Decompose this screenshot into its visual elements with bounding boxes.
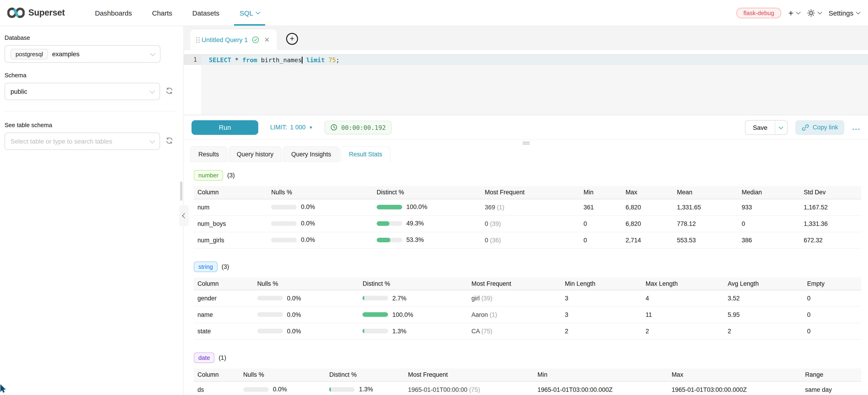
nav-item-charts[interactable]: Charts: [152, 0, 172, 26]
table-cell: gender: [194, 290, 257, 307]
section-head: date(1): [194, 353, 861, 363]
frequent-value: 369: [485, 204, 495, 211]
plus-icon: +: [788, 8, 793, 17]
table-cell: 0: [584, 232, 625, 248]
column-header: Distinct %: [329, 368, 408, 381]
table-cell: 1965-01-01T00:00:00 (75): [408, 381, 537, 395]
column-header: Min Length: [565, 277, 645, 290]
section-head: number(3): [194, 170, 861, 181]
table-row: gender0.0%2.7%girl (39)343.520: [194, 290, 861, 307]
active-nav-underline: [234, 24, 265, 26]
table-cell: CA (75): [471, 323, 565, 339]
chevron-down-icon: [817, 10, 822, 14]
type-count: (1): [219, 354, 226, 361]
tab-query-insights[interactable]: Query Insights: [283, 146, 339, 162]
table-cell: num_girls: [194, 232, 271, 248]
tab-results[interactable]: Results: [190, 146, 227, 162]
table-cell: 553.53: [677, 232, 742, 248]
tab-result-stats[interactable]: Result Stats: [341, 146, 391, 162]
column-header: Median: [742, 186, 804, 199]
table-cell: 6,820: [625, 199, 677, 215]
editor-toolbar: Run LIMIT: 1 000 ▼ 00:00:00.192: [184, 115, 868, 140]
pane-drag-handle[interactable]: [522, 141, 530, 145]
bar-track: [257, 329, 283, 334]
table-row: ds0.0%1.3%1965-01-01T00:00:00 (75)1965-0…: [194, 381, 861, 395]
column-header: Most Frequent: [471, 277, 565, 290]
table-cell: 3.52: [728, 290, 807, 307]
table-schema-label: See table schema: [5, 122, 183, 128]
bar-fill: [377, 238, 390, 242]
type-tag-string: string: [194, 261, 218, 272]
table-row: num_boys0.0%49.3%0 (39)06,820778.1201,33…: [194, 215, 861, 232]
limit-dropdown[interactable]: LIMIT: 1 000 ▼: [270, 124, 313, 131]
database-select[interactable]: postgresql examples: [5, 45, 160, 63]
table-cell: 4: [646, 290, 728, 307]
collapse-sidebar-button[interactable]: [179, 205, 189, 226]
bar-track: [271, 238, 297, 242]
pane-resize-row: [184, 140, 868, 146]
schema-select[interactable]: public: [5, 83, 160, 100]
percent-bar: 1.3%: [329, 386, 373, 393]
code-token: birth_names: [257, 56, 302, 64]
run-query-button[interactable]: Run: [191, 120, 258, 134]
code-token: 75: [325, 56, 336, 64]
sidebar-scrollbar-thumb[interactable]: [180, 182, 182, 201]
code-token: ;: [336, 56, 340, 64]
column-header: Max Length: [646, 277, 728, 290]
table-select[interactable]: Select table or type to search tables: [5, 132, 160, 150]
table-cell: 361: [584, 199, 625, 215]
chevron-down-icon: [150, 88, 155, 93]
sql-code-editor[interactable]: 1 SELECT * from birth_names limit 75;: [184, 54, 868, 115]
save-button[interactable]: Save: [745, 120, 775, 134]
percent-bar: 53.3%: [377, 237, 424, 243]
table-cell: 1,167.52: [804, 199, 861, 215]
stats-sections: number(3)ColumnNulls %Distinct %Most Fre…: [184, 162, 868, 395]
sqllab-main-panel: Untitled Query 1 ✕ + 1 SELECT * from bir…: [184, 26, 868, 395]
frequent-count: (1): [495, 204, 504, 211]
theme-toggle-button[interactable]: [807, 9, 822, 17]
more-actions-button[interactable]: ...: [852, 123, 861, 131]
table-cell: 1965-01-01T03:00:00.000Z: [672, 381, 805, 395]
nav-item-sql[interactable]: SQL: [240, 0, 259, 26]
table-cell: 100.0%: [363, 307, 471, 323]
table-cell: ds: [194, 381, 243, 395]
nav-item-dashboards[interactable]: Dashboards: [95, 0, 132, 26]
query-tab-untitled-query-1[interactable]: Untitled Query 1 ✕: [190, 29, 277, 50]
copy-link-button[interactable]: Copy link: [795, 120, 844, 134]
percent-bar: 0.0%: [271, 237, 315, 243]
table-cell: 3: [565, 290, 645, 307]
drag-handle-icon[interactable]: [196, 37, 197, 38]
frequent-count: (75): [467, 386, 480, 393]
bar-fill: [329, 387, 331, 392]
column-header: Max: [625, 186, 677, 199]
table-cell: 0.0%: [271, 232, 377, 248]
frequent-value: Aaron: [471, 311, 488, 318]
table-cell: 0: [584, 215, 625, 232]
close-tab-icon[interactable]: ✕: [264, 36, 270, 43]
settings-menu[interactable]: Settings: [829, 9, 860, 17]
tab-query-history[interactable]: Query history: [228, 146, 282, 162]
table-cell: same day: [805, 381, 861, 395]
nav-item-datasets[interactable]: Datasets: [192, 0, 219, 26]
refresh-tables-button[interactable]: [165, 136, 173, 146]
editor-active-line: 1 SELECT * from birth_names limit 75;: [184, 55, 868, 65]
new-query-tab-button[interactable]: +: [286, 33, 298, 45]
bar-track: [377, 221, 402, 226]
column-header: Distinct %: [363, 277, 471, 290]
table-cell: 53.3%: [377, 232, 485, 248]
new-item-button[interactable]: +: [788, 8, 800, 17]
bar-track: [363, 312, 388, 317]
column-header: Column: [194, 277, 257, 290]
percent-bar: 100.0%: [363, 311, 413, 318]
line-number: 1: [184, 55, 201, 65]
table-row: num_girls0.0%53.3%0 (36)02,714553.533866…: [194, 232, 861, 248]
bar-fill: [363, 312, 388, 317]
stats-table-number: ColumnNulls %Distinct %Most FrequentMinM…: [194, 186, 861, 248]
save-options-button[interactable]: [775, 120, 787, 134]
refresh-schemas-button[interactable]: [165, 87, 173, 96]
chevron-down-icon: [150, 138, 155, 143]
stats-table-date: ColumnNulls %Distinct %Most FrequentMinM…: [194, 368, 861, 395]
table-cell: state: [194, 323, 257, 339]
bar-fill: [363, 329, 365, 334]
superset-brand[interactable]: Superset: [7, 7, 65, 19]
